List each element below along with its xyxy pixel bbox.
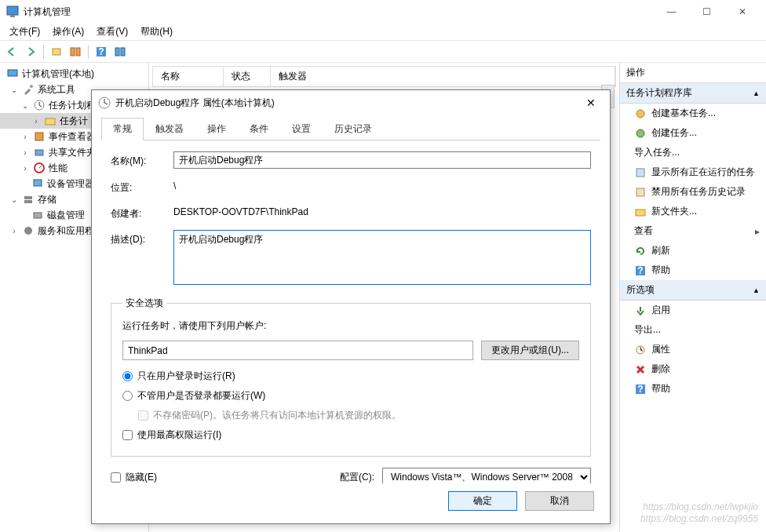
chk-highest-row[interactable]: 使用最高权限运行(I) (122, 428, 579, 442)
dialog-buttons: 确定 取消 (92, 483, 610, 523)
label-location: 位置: (111, 178, 173, 195)
tab-general[interactable]: 常规 (101, 118, 144, 140)
twisty-closed-icon[interactable]: › (20, 148, 30, 157)
tab-triggers[interactable]: 触发器 (144, 118, 195, 140)
twisty-closed-icon[interactable]: › (31, 117, 41, 126)
action-create-basic[interactable]: 创建基本任务... (620, 104, 766, 123)
action-help-2[interactable]: ?帮助 (620, 379, 766, 399)
dialog-body: 名称(M): 位置: \ 创建者: DESKTOP-OOVTD7F\ThinkP… (92, 140, 610, 483)
list-icon (634, 166, 647, 179)
window-close[interactable]: ✕ (724, 0, 760, 24)
action-properties[interactable]: 属性 (620, 340, 766, 359)
tab-actions[interactable]: 操作 (195, 118, 238, 140)
chk-highest[interactable] (122, 430, 133, 440)
twisty-closed-icon[interactable]: › (20, 133, 30, 141)
svg-point-22 (637, 129, 644, 137)
name-field[interactable] (173, 151, 591, 169)
menu-view[interactable]: 查看(V) (90, 24, 134, 40)
twisty-open-icon[interactable]: ⌄ (20, 101, 30, 110)
tab-conditions[interactable]: 条件 (238, 118, 280, 140)
action-show-running[interactable]: 显示所有正在运行的任务 (620, 162, 766, 182)
toolbar-btn-1[interactable] (48, 43, 65, 60)
dialog-titlebar[interactable]: 开机启动Debug程序 属性(本地计算机) ✕ (92, 90, 610, 115)
collapse-icon: ▲ (753, 286, 760, 294)
window-titlebar: 计算机管理 — ☐ ✕ (0, 0, 766, 24)
toolbar: ? (0, 41, 766, 63)
description-field[interactable] (173, 230, 591, 285)
menu-file[interactable]: 文件(F) (3, 24, 46, 40)
action-create-task[interactable]: 创建任务... (620, 123, 766, 143)
cancel-button[interactable]: 取消 (525, 491, 594, 511)
window-title: 计算机管理 (24, 5, 654, 19)
actions-group-library[interactable]: 任务计划程序库 ▲ (620, 83, 766, 104)
tree-root[interactable]: 计算机管理(本地) (0, 66, 148, 82)
svg-text:?: ? (637, 384, 643, 395)
svg-rect-9 (8, 70, 17, 76)
clock-icon (98, 97, 111, 109)
action-disable-history[interactable]: 禁用所有任务历史记录 (620, 182, 766, 202)
action-delete[interactable]: 删除 (620, 359, 766, 379)
svg-point-20 (24, 227, 32, 235)
window-minimize[interactable]: — (654, 0, 689, 24)
toolbar-forward[interactable] (22, 43, 39, 60)
svg-rect-25 (636, 210, 645, 216)
enable-icon (634, 304, 647, 317)
runas-label: 运行任务时，请使用下列用户帐户: (122, 319, 579, 333)
event-icon (33, 130, 46, 143)
svg-rect-1 (10, 15, 15, 17)
menu-help[interactable]: 帮助(H) (134, 24, 179, 40)
twisty-closed-icon[interactable]: › (20, 164, 30, 173)
radio-loggedon[interactable] (122, 371, 133, 381)
label-configure: 配置(C): (340, 471, 374, 484)
col-name[interactable]: 名称 (153, 67, 224, 86)
col-triggers[interactable]: 触发器 (271, 67, 615, 86)
svg-rect-23 (637, 169, 644, 177)
chk-hidden[interactable] (111, 472, 121, 483)
action-new-folder[interactable]: 新文件夹... (620, 202, 766, 221)
label-name: 名称(M): (111, 151, 173, 168)
change-user-button[interactable]: 更改用户或组(U)... (481, 341, 579, 360)
twisty-open-icon[interactable]: ⌄ (9, 195, 19, 204)
creator-value: DESKTOP-OOVTD7F\ThinkPad (173, 204, 591, 220)
label-description: 描述(D): (111, 230, 173, 246)
radio-loggedon-row[interactable]: 只在用户登录时运行(R) (122, 370, 579, 383)
toolbar-btn-4[interactable] (111, 43, 129, 60)
storage-icon (22, 193, 35, 206)
svg-point-10 (30, 85, 33, 88)
configure-select[interactable]: Windows Vista™、Windows Server™ 2008 (382, 468, 591, 483)
clock-icon (33, 99, 46, 111)
tab-settings[interactable]: 设置 (280, 118, 323, 140)
twisty-open-icon[interactable]: ⌄ (9, 86, 19, 94)
svg-rect-4 (76, 48, 80, 56)
help-icon: ? (634, 383, 647, 395)
twisty-closed-icon[interactable]: › (9, 227, 19, 235)
radio-anytime-row[interactable]: 不管用户是否登录都要运行(W) (122, 389, 579, 403)
action-help[interactable]: ?帮助 (620, 261, 766, 280)
action-view[interactable]: 查看▸ (620, 221, 766, 241)
svg-rect-8 (121, 48, 125, 56)
window-maximize[interactable]: ☐ (689, 0, 724, 24)
security-legend: 安全选项 (122, 297, 166, 310)
ok-button[interactable]: 确定 (448, 491, 517, 511)
svg-rect-0 (7, 6, 18, 15)
actions-group-selected[interactable]: 所选项 ▲ (620, 280, 766, 301)
app-icon (6, 5, 19, 18)
computer-icon (6, 67, 19, 80)
toolbar-back[interactable] (3, 43, 20, 60)
col-status[interactable]: 状态 (224, 67, 271, 86)
toolbar-btn-2[interactable] (67, 43, 84, 60)
chk-hidden-row[interactable]: 隐藏(E) (111, 471, 157, 484)
svg-rect-2 (53, 49, 60, 55)
action-refresh[interactable]: 刷新 (620, 241, 766, 261)
action-import[interactable]: 导入任务... (620, 143, 766, 162)
svg-rect-17 (24, 196, 32, 199)
dialog-close-button[interactable]: ✕ (578, 92, 604, 114)
menu-action[interactable]: 操作(A) (46, 24, 90, 40)
action-enable[interactable]: 启用 (620, 301, 766, 320)
radio-anytime[interactable] (122, 391, 133, 401)
device-icon (31, 177, 44, 190)
action-export[interactable]: 导出... (620, 320, 766, 340)
toolbar-separator (88, 45, 89, 59)
tab-history[interactable]: 历史记录 (323, 118, 384, 140)
toolbar-help[interactable]: ? (93, 43, 110, 60)
